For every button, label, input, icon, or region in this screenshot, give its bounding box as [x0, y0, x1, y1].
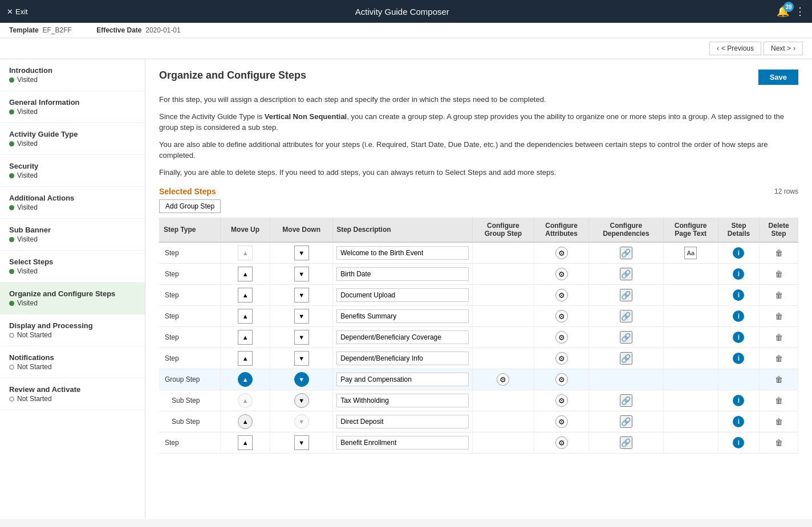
configure-page-text-button[interactable]: Aa [684, 247, 697, 259]
step-description-input[interactable] [336, 309, 469, 323]
add-group-step-button[interactable]: Add Group Step [159, 199, 221, 213]
delete-step-button[interactable]: 🗑 [774, 374, 784, 385]
step-details-button[interactable]: i [733, 247, 744, 259]
configure-attributes-button[interactable]: ⚙ [555, 247, 568, 259]
move-down-button[interactable]: ▼ [294, 288, 309, 303]
configure-dependencies-button[interactable]: 🔗 [620, 331, 632, 344]
step-details-button[interactable]: i [733, 311, 744, 322]
move-up-button[interactable]: ▲ [238, 372, 253, 387]
sidebar-item-security[interactable]: Security Visited [0, 155, 145, 187]
step-description-input[interactable] [336, 246, 469, 260]
step-details-button[interactable]: i [733, 268, 744, 280]
configure-attributes-button[interactable]: ⚙ [555, 415, 568, 428]
delete-step-button[interactable]: 🗑 [774, 353, 784, 364]
step-description-input[interactable] [336, 373, 469, 386]
configure-attributes-cell: ⚙ [534, 264, 588, 285]
delete-step-cell: 🗑 [760, 327, 798, 348]
move-up-button[interactable]: ▲ [238, 414, 253, 429]
move-down-button[interactable]: ▼ [294, 309, 309, 324]
move-down-button[interactable]: ▼ [294, 435, 309, 450]
step-description-input[interactable] [336, 288, 469, 302]
sidebar-item-review-and-activate[interactable]: Review and Activate Not Started [0, 378, 145, 410]
sidebar-item-general-information[interactable]: General Information Visited [0, 91, 145, 123]
move-up-button[interactable]: ▲ [238, 435, 253, 450]
move-up-button[interactable]: ▲ [238, 246, 253, 260]
move-up-button[interactable]: ▲ [238, 288, 253, 303]
previous-button[interactable]: ‹ < Previous [709, 42, 761, 55]
configure-dependencies-button[interactable]: 🔗 [620, 310, 632, 322]
next-button[interactable]: Next > › [764, 42, 803, 55]
step-details-button[interactable]: i [733, 416, 744, 427]
configure-dependencies-button[interactable]: 🔗 [620, 352, 632, 365]
configure-dependencies-button[interactable]: 🔗 [620, 415, 632, 428]
move-up-button[interactable]: ▲ [238, 351, 253, 366]
configure-attributes-button[interactable]: ⚙ [555, 310, 568, 322]
move-down-button[interactable]: ▼ [294, 330, 309, 345]
move-up-button[interactable]: ▲ [238, 330, 253, 345]
col-header-step-details: StepDetails [718, 218, 759, 242]
configure-attributes-button[interactable]: ⚙ [555, 331, 568, 344]
sidebar-item-status: Visited [9, 76, 136, 84]
configure-attributes-button[interactable]: ⚙ [555, 268, 568, 280]
delete-step-button[interactable]: 🗑 [774, 311, 784, 322]
step-details-button[interactable]: i [733, 289, 744, 301]
delete-step-button[interactable]: 🗑 [774, 289, 784, 301]
step-details-button[interactable]: i [733, 332, 744, 343]
step-description-input[interactable] [336, 267, 469, 281]
step-description-input[interactable] [336, 436, 469, 450]
move-down-button[interactable]: ▼ [294, 414, 309, 429]
move-up-button[interactable]: ▲ [238, 309, 253, 324]
move-down-button[interactable]: ▼ [294, 372, 309, 387]
status-dot-visited [9, 109, 14, 115]
step-description-input[interactable] [336, 352, 469, 365]
step-details-button[interactable]: i [733, 437, 744, 448]
delete-step-button[interactable]: 🗑 [774, 332, 784, 343]
step-description-input[interactable] [336, 394, 469, 407]
sidebar-item-title: General Information [9, 98, 136, 107]
delete-step-button[interactable]: 🗑 [774, 395, 784, 406]
move-up-button[interactable]: ▲ [238, 267, 253, 281]
configure-attributes-button[interactable]: ⚙ [555, 352, 568, 365]
sidebar-item-introduction[interactable]: Introduction Visited [0, 59, 145, 91]
delete-step-button[interactable]: 🗑 [774, 416, 784, 427]
configure-attributes-button[interactable]: ⚙ [555, 394, 568, 407]
sidebar-item-display-and-processing[interactable]: Display and Processing Not Started [0, 314, 145, 346]
sidebar-item-additional-actions[interactable]: Additional Actions Visited [0, 187, 145, 219]
move-down-button[interactable]: ▼ [294, 351, 309, 366]
sidebar-item-organize-configure-steps[interactable]: Organize and Configure Steps Visited [0, 283, 145, 314]
move-down-button[interactable]: ▼ [294, 267, 309, 281]
configure-group-step-button[interactable]: ⚙ [497, 373, 509, 386]
exit-button[interactable]: ✕ Exit [7, 7, 28, 16]
configure-dependencies-button[interactable]: 🔗 [620, 289, 632, 301]
sidebar-item-select-steps[interactable]: Select Steps Visited [0, 251, 145, 283]
configure-dependencies-button[interactable]: 🔗 [620, 247, 632, 259]
configure-dependencies-button[interactable]: 🔗 [620, 268, 632, 280]
move-down-button[interactable]: ▼ [294, 393, 309, 408]
configure-dependencies-button[interactable]: 🔗 [620, 436, 632, 449]
step-description-input[interactable] [336, 415, 469, 428]
configure-attributes-button[interactable]: ⚙ [555, 373, 568, 386]
move-down-button[interactable]: ▼ [294, 246, 309, 260]
step-description-input[interactable] [336, 330, 469, 344]
delete-step-button[interactable]: 🗑 [774, 268, 784, 280]
step-details-button[interactable]: i [733, 395, 744, 406]
sidebar-item-activity-guide-type[interactable]: Activity Guide Type Visited [0, 123, 145, 155]
save-button[interactable]: Save [758, 70, 798, 85]
step-details-button[interactable]: i [733, 353, 744, 364]
configure-dependencies-cell: 🔗 [589, 306, 663, 327]
sidebar-item-title: Sub Banner [9, 226, 136, 234]
sidebar-item-title: Select Steps [9, 258, 136, 266]
sidebar-item-notifications[interactable]: Notifications Not Started [0, 346, 145, 378]
delete-step-button[interactable]: 🗑 [774, 247, 784, 259]
configure-attributes-button[interactable]: ⚙ [555, 436, 568, 449]
move-up-button[interactable]: ▲ [238, 393, 253, 408]
delete-step-button[interactable]: 🗑 [774, 437, 784, 448]
status-dot-visited [9, 237, 14, 242]
notifications-bell[interactable]: 🔔 39 [777, 5, 789, 18]
sidebar-item-sub-banner[interactable]: Sub Banner Visited [0, 219, 145, 251]
more-options-button[interactable]: ⋮ [795, 5, 805, 18]
configure-dependencies-button[interactable]: 🔗 [620, 394, 632, 407]
sidebar-item-title: Display and Processing [9, 321, 136, 330]
configure-attributes-button[interactable]: ⚙ [555, 289, 568, 301]
step-type: Step [159, 348, 221, 369]
